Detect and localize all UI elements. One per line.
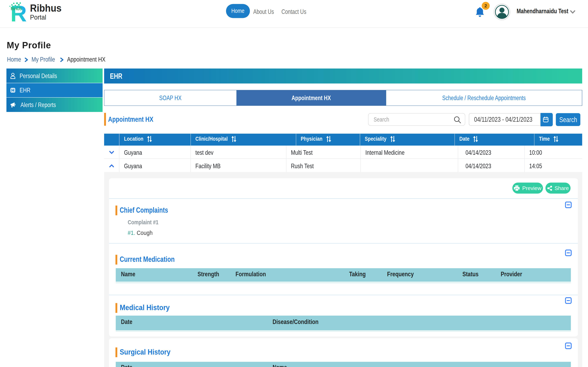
svg-text:IBHUS: IBHUS [11, 7, 22, 11]
